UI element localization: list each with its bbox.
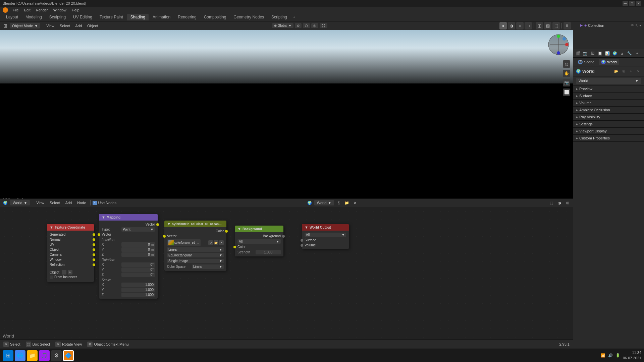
hand-tool[interactable]: ✋ bbox=[563, 70, 570, 77]
tc-camera-socket[interactable] bbox=[93, 253, 95, 256]
ao-section-header[interactable]: ▶ Ambient Occlusion bbox=[573, 107, 644, 113]
env-texture-node[interactable]: ▼ syferfontein_6d_clear_8k_oceanmod.hdr … bbox=[164, 221, 226, 271]
env-browse-btn[interactable]: 📂 bbox=[214, 240, 218, 245]
props-world-icon[interactable]: 🌍 bbox=[611, 50, 618, 57]
select-menu[interactable]: Select bbox=[58, 23, 72, 28]
tab-texture-paint[interactable]: Texture Paint bbox=[96, 14, 126, 20]
taskbar-blender[interactable]: 🔷 bbox=[63, 350, 74, 361]
viewport-display-header[interactable]: ▶ Viewport Display bbox=[573, 128, 644, 134]
tc-reflection-socket[interactable] bbox=[93, 263, 95, 266]
viewport-3d[interactable]: ◎ ✋ 📷 ⬜ World bbox=[0, 30, 573, 208]
taskbar-files[interactable]: 📁 bbox=[27, 350, 38, 361]
node-canvas[interactable]: ▼ Texture Coordinate Generated Normal UV… bbox=[0, 207, 573, 343]
viewport-shading-solid[interactable]: ● bbox=[499, 22, 507, 29]
world-tab[interactable]: 🌍 World bbox=[599, 59, 619, 65]
viewport-mode-icon[interactable]: ⊞ bbox=[2, 22, 9, 29]
view-menu[interactable]: View bbox=[44, 23, 56, 28]
menu-help[interactable]: Help bbox=[70, 8, 82, 12]
tc-object-edit[interactable]: ✏ bbox=[68, 270, 72, 275]
world-remove-icon[interactable]: ✕ bbox=[635, 68, 641, 74]
windows-start[interactable]: ⊞ bbox=[3, 350, 13, 361]
surface-section-header[interactable]: ▶ Surface bbox=[573, 93, 644, 99]
mapping-vector-out-socket[interactable] bbox=[156, 223, 159, 226]
tab-rendering[interactable]: Rendering bbox=[174, 14, 200, 20]
env-color-socket[interactable] bbox=[225, 230, 228, 233]
bg-output-socket[interactable] bbox=[282, 235, 285, 238]
viewport-compass[interactable] bbox=[547, 33, 570, 56]
tab-sculpting[interactable]: Sculpting bbox=[46, 14, 69, 20]
close-button[interactable]: ✕ bbox=[636, 1, 641, 6]
bg-strength-value[interactable]: 1.000 bbox=[256, 250, 281, 254]
tab-animation[interactable]: Animation bbox=[149, 14, 174, 20]
env-remove-btn[interactable]: ✕ bbox=[219, 240, 224, 245]
viewport-shading-rendered[interactable]: ○ bbox=[516, 22, 524, 29]
env-interpolation-dropdown[interactable]: Linear ▼ bbox=[167, 247, 224, 252]
tc-object-socket[interactable] bbox=[93, 248, 95, 251]
env-source-dropdown[interactable]: Single Image ▼ bbox=[167, 259, 224, 263]
env-projection-dropdown[interactable]: Equirectangular ▼ bbox=[167, 253, 224, 257]
viewport-shading-lookdev[interactable]: ◑ bbox=[508, 22, 515, 29]
background-node[interactable]: ▼ Background Background All ▼ bbox=[235, 226, 283, 256]
mapping-loc-y-input[interactable]: 0 m bbox=[121, 247, 155, 252]
bg-color-socket[interactable] bbox=[233, 246, 236, 248]
world-add-icon[interactable]: + bbox=[628, 68, 634, 74]
node-shade-icon[interactable]: ◑ bbox=[556, 199, 563, 206]
tab-geometry-nodes[interactable]: Geometry Nodes bbox=[230, 14, 267, 20]
add-workspace-button[interactable]: + bbox=[291, 14, 297, 20]
node-add-menu[interactable]: Add bbox=[63, 200, 74, 205]
taskbar-music[interactable]: 🎵 bbox=[39, 350, 50, 361]
custom-props-header[interactable]: ▶ Custom Properties bbox=[573, 135, 644, 141]
mapping-node[interactable]: ▼ Mapping Vector Type: Point ▼ bbox=[99, 214, 158, 299]
add-menu[interactable]: Add bbox=[73, 23, 84, 28]
props-render-icon[interactable]: 📷 bbox=[582, 50, 589, 57]
mapping-rot-z-input[interactable]: 0° bbox=[121, 273, 155, 277]
props-output-icon[interactable]: 🖼 bbox=[589, 50, 596, 57]
scene-tab[interactable]: 🎬 Scene bbox=[576, 59, 596, 65]
tc-object-picker[interactable] bbox=[62, 270, 66, 275]
wo-volume-socket[interactable] bbox=[301, 244, 303, 247]
props-particles-icon[interactable]: ✦ bbox=[634, 50, 640, 57]
node-copy-icon[interactable]: ⎘ bbox=[335, 199, 342, 206]
snap-tool[interactable]: ⬡ bbox=[303, 23, 310, 28]
world-copy-icon[interactable]: ⎘ bbox=[621, 68, 627, 74]
system-clock[interactable]: 11:34 06.07.2021 bbox=[623, 350, 641, 361]
pause-render[interactable]: ⏸ bbox=[564, 22, 571, 29]
tab-scripting[interactable]: Scripting bbox=[268, 14, 290, 20]
env-colorspace-dropdown[interactable]: Linear ▼ bbox=[192, 264, 224, 269]
tc-window-socket[interactable] bbox=[93, 258, 95, 261]
texture-coordinate-node[interactable]: ▼ Texture Coordinate Generated Normal UV… bbox=[47, 224, 94, 282]
proportional-tool[interactable]: ◎ bbox=[311, 23, 318, 28]
node-editor-type-icon[interactable]: 🌍 bbox=[2, 199, 9, 206]
pivot-dropdown[interactable]: ⊙ bbox=[295, 23, 302, 28]
world-name-dropdown[interactable]: World ▼ bbox=[576, 78, 641, 84]
bg-all-dropdown[interactable]: All ▼ bbox=[237, 239, 281, 244]
node-view-menu[interactable]: View bbox=[34, 200, 46, 205]
props-view-icon[interactable]: 🔲 bbox=[597, 50, 603, 57]
mapping-rot-x-input[interactable]: 0° bbox=[121, 262, 155, 267]
object-menu[interactable]: Object bbox=[85, 23, 100, 28]
tc-generated-socket[interactable] bbox=[93, 233, 95, 236]
viewport-shading-wire[interactable]: □ bbox=[525, 22, 532, 29]
tab-modeling[interactable]: Modeling bbox=[22, 14, 45, 20]
extra-tool[interactable]: ⟨ ⟩ bbox=[320, 23, 327, 28]
wo-all-dropdown[interactable]: All ▼ bbox=[305, 233, 346, 237]
transform-dropdown[interactable]: ⊕ Global ▼ bbox=[272, 23, 294, 28]
mapping-vec-in-socket[interactable] bbox=[98, 233, 100, 236]
wo-surface-socket[interactable] bbox=[301, 239, 303, 242]
props-scene-data-icon[interactable]: 📊 bbox=[604, 50, 611, 57]
tab-layout[interactable]: Layout bbox=[3, 14, 21, 20]
mapping-type-dropdown[interactable]: Point ▼ bbox=[121, 227, 155, 232]
world-output-node[interactable]: ▼ World Output All ▼ Surface bbox=[302, 224, 349, 249]
ray-vis-header[interactable]: ▶ Ray Visibility bbox=[573, 114, 644, 120]
tc-instancer-checkbox[interactable] bbox=[50, 276, 53, 279]
mapping-loc-x-input[interactable]: 0 m bbox=[121, 242, 155, 247]
mapping-scale-y-input[interactable]: 1.000 bbox=[121, 288, 155, 292]
env-reload-btn[interactable]: ↺ bbox=[208, 240, 213, 245]
coll-eye-icon[interactable]: 👁 bbox=[631, 23, 634, 27]
node-node-menu[interactable]: Node bbox=[75, 200, 88, 205]
menu-window[interactable]: Window bbox=[51, 8, 68, 12]
tab-uv-editing[interactable]: UV Editing bbox=[70, 14, 96, 20]
menu-edit[interactable]: Edit bbox=[22, 8, 33, 12]
menu-file[interactable]: File bbox=[11, 8, 21, 12]
object-mode-dropdown[interactable]: Object Mode ▼ bbox=[10, 23, 40, 28]
